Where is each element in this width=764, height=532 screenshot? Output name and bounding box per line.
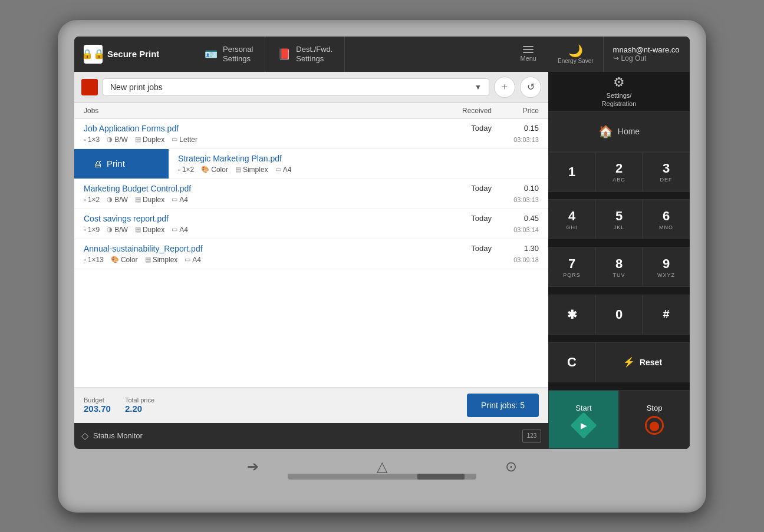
refresh-icon: ↺: [527, 81, 535, 92]
refresh-button[interactable]: ↺: [520, 77, 541, 98]
menu-label: Menu: [520, 55, 536, 62]
size-icon: ▭: [172, 196, 177, 203]
app-title: Secure Print: [107, 49, 159, 59]
duplex-icon: ▤: [145, 256, 151, 263]
numpad-star[interactable]: ✱: [548, 295, 595, 335]
color-value: B/W: [114, 196, 128, 204]
job-item[interactable]: Marketing Budget Control.pdf Today 0.10 …: [74, 179, 548, 209]
color-icon: 🎨: [111, 256, 119, 263]
color-icon: ◑: [107, 136, 113, 143]
job-time: 03:03:13: [513, 136, 539, 143]
job-item[interactable]: Annual-sustainability_Report.pdf Today 1…: [74, 239, 548, 269]
toolbar: New print jobs ▼ ＋ ↺: [74, 72, 548, 103]
personal-settings-icon: 🪪: [204, 47, 218, 61]
start-icon: ▶: [570, 412, 597, 438]
job-item[interactable]: Cost savings report.pdf Today 0.45 ▫1×9 …: [74, 209, 548, 239]
budget-label: Budget: [84, 396, 111, 404]
print-button[interactable]: 🖨 Print: [74, 149, 169, 179]
job-name: Cost savings report.pdf: [84, 214, 421, 223]
home-button[interactable]: 🏠 Home: [548, 112, 690, 152]
job-strategic: Strategic Marketing Plan.pdf ▫1×2 🎨Color…: [169, 149, 548, 179]
duplex-icon: ▤: [135, 196, 141, 203]
status-bar: ◇ Status Monitor 123: [74, 423, 548, 449]
logout-button[interactable]: ↪ Log Out: [613, 54, 680, 62]
numpad-4[interactable]: 4GHI: [548, 199, 595, 239]
reset-button[interactable]: ⚡ Reset: [595, 342, 690, 382]
job-price: 0.15: [492, 124, 539, 133]
job-received-date: Today: [421, 124, 492, 133]
numpad-7[interactable]: 7PQRS: [548, 247, 595, 287]
job-details: ▫1×13 🎨Color ▤Simplex ▭A4 03:09:18: [74, 253, 548, 269]
size-value: A4: [179, 226, 188, 234]
jobs-table-header: Jobs Received Price: [74, 103, 548, 119]
status-monitor-label: Status Monitor: [93, 431, 143, 440]
job-details: ▫1×2 ◑B/W ▤Duplex ▭A4 03:03:13: [74, 193, 548, 209]
numpad-5[interactable]: 5JKL: [595, 199, 643, 239]
tab-personal-settings[interactable]: 🪪 PersonalSettings: [192, 37, 265, 72]
power-button[interactable]: ⊙: [505, 458, 517, 475]
home-icon: 🏠: [598, 124, 613, 138]
size-value: Letter: [179, 136, 197, 144]
job-name: Marketing Budget Control.pdf: [84, 184, 421, 193]
logout-label: Log Out: [621, 54, 647, 62]
red-indicator: [81, 79, 98, 95]
status-monitor-icon: ◇: [81, 430, 88, 441]
duplex-value: Simplex: [243, 166, 268, 174]
copies-icon: ▫: [84, 256, 86, 263]
user-section: mnash@nt-ware.co ↪ Log Out: [604, 41, 690, 67]
job-details: ▫1×3 ◑B/W ▤Duplex ▭Letter 03:03:13: [74, 133, 548, 148]
numpad-3[interactable]: 3DEF: [643, 152, 690, 192]
stop-button[interactable]: Stop ⬤: [619, 390, 690, 449]
numpad-6[interactable]: 6MNO: [643, 199, 690, 239]
settings-registration-button[interactable]: ⚙ Settings/Registration: [548, 72, 690, 112]
size-value: A4: [192, 256, 201, 264]
stop-label: Stop: [647, 404, 663, 412]
copies-value: 1×13: [88, 256, 104, 264]
numpad-hash[interactable]: #: [643, 295, 690, 335]
keyboard-button[interactable]: 123: [522, 429, 541, 443]
app-logo: 🔒 Secure Print: [74, 45, 192, 64]
job-name: Annual-sustainability_Report.pdf: [84, 244, 421, 253]
print-label: Print: [107, 158, 125, 168]
budget-value: 203.70: [84, 404, 111, 414]
numpad-9[interactable]: 9WXYZ: [643, 247, 690, 287]
duplex-value: Duplex: [143, 136, 164, 144]
size-icon: ▭: [185, 256, 190, 263]
job-time: 03:03:14: [513, 226, 539, 233]
job-details: ▫1×2 🎨Color ▤Simplex ▭A4: [178, 166, 539, 174]
job-filter-dropdown[interactable]: New print jobs ▼: [103, 78, 489, 96]
duplex-value: Duplex: [143, 226, 164, 234]
job-received-date: Today: [421, 184, 492, 193]
numpad-2[interactable]: 2ABC: [595, 152, 643, 192]
copies-value: 1×3: [88, 136, 100, 144]
numpad-0[interactable]: 0: [595, 295, 643, 335]
add-button[interactable]: ＋: [494, 77, 515, 98]
energy-saver-button[interactable]: 🌙 Energy Saver: [548, 37, 604, 72]
job-price: 0.10: [492, 184, 539, 193]
header-jobs: Jobs: [84, 107, 421, 115]
job-item[interactable]: Job Application Forms.pdf Today 0.15 ▫1×…: [74, 119, 548, 149]
duplex-icon: ▤: [135, 226, 141, 233]
job-name: Job Application Forms.pdf: [84, 124, 421, 133]
menu-button[interactable]: Menu: [508, 37, 548, 72]
tab-dest-fwd-settings[interactable]: 📕 Dest./Fwd.Settings: [265, 37, 345, 72]
warning-button[interactable]: △: [377, 458, 387, 475]
tab-dest-fwd-label: Dest./Fwd.Settings: [296, 45, 332, 63]
job-price: 0.45: [492, 214, 539, 223]
usb-bar: [288, 474, 476, 480]
numpad-8[interactable]: 8TUV: [595, 247, 643, 287]
job-item-with-print: 🖨 Print Strategic Marketing Plan.pdf ▫1×…: [74, 149, 548, 179]
numpad-1[interactable]: 1: [548, 152, 595, 192]
numpad: 1 2ABC 3DEF 4GHI 5JKL 6MNO 7PQRS 8TUV 9W…: [548, 152, 690, 390]
color-value: Color: [211, 166, 228, 174]
dest-fwd-icon: 📕: [277, 47, 291, 61]
arrow-right-button[interactable]: ➔: [247, 458, 259, 475]
menu-lines-icon: [523, 46, 534, 53]
start-button[interactable]: Start ▶: [548, 390, 619, 449]
status-monitor-button[interactable]: ◇ Status Monitor: [81, 430, 143, 441]
color-value: Color: [121, 256, 138, 264]
size-icon: ▭: [275, 166, 281, 173]
clear-button[interactable]: C: [548, 342, 595, 382]
print-jobs-button[interactable]: Print jobs: 5: [467, 394, 539, 417]
device-body: 🔒 Secure Print 🪪 PersonalSettings 📕 Dest…: [58, 20, 706, 513]
